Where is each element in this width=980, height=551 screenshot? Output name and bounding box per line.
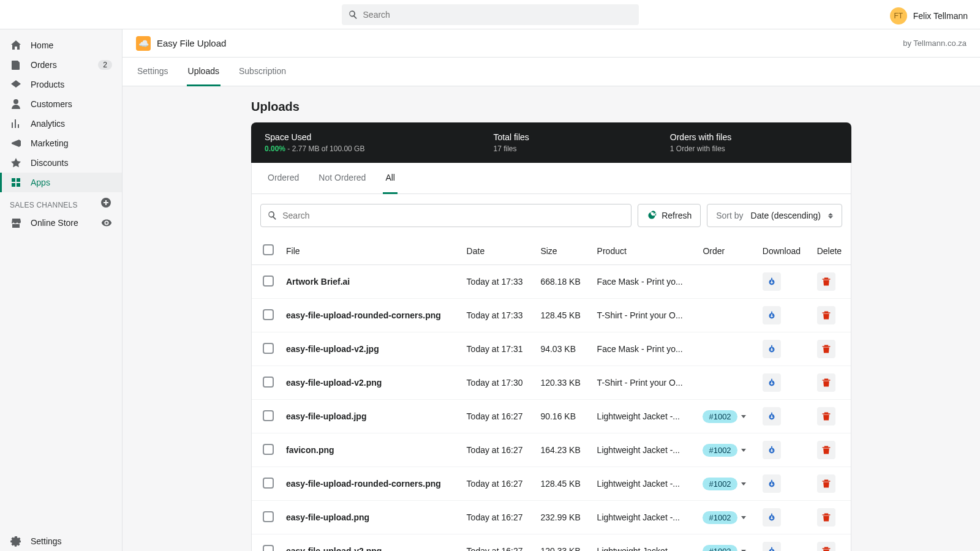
- sidebar-item-customers[interactable]: Customers: [0, 94, 122, 114]
- global-search[interactable]: [342, 4, 639, 25]
- order-badge[interactable]: #1002: [703, 478, 737, 490]
- delete-button[interactable]: [817, 542, 835, 551]
- filter-tab-ordered[interactable]: Ordered: [265, 163, 301, 194]
- user-menu[interactable]: FT Felix Tellmann: [890, 7, 968, 24]
- col-header: [252, 237, 280, 265]
- order-badge[interactable]: #1002: [703, 511, 737, 524]
- row-checkbox[interactable]: [263, 478, 274, 489]
- trash-icon: [821, 344, 831, 354]
- cell-date: Today at 17:33: [461, 265, 535, 299]
- chevron-down-icon[interactable]: [741, 482, 746, 485]
- trash-icon: [821, 512, 831, 522]
- sidebar-item-discounts[interactable]: Discounts: [0, 153, 122, 173]
- sidebar-item-marketing[interactable]: Marketing: [0, 133, 122, 153]
- cell-order: [696, 366, 756, 400]
- row-checkbox[interactable]: [263, 410, 274, 421]
- filter-tab-all[interactable]: All: [383, 163, 398, 194]
- orders-icon: [10, 59, 22, 71]
- trash-icon: [821, 277, 831, 287]
- download-icon: [766, 310, 777, 321]
- row-checkbox[interactable]: [263, 276, 274, 287]
- trash-icon: [821, 546, 831, 551]
- download-button[interactable]: [763, 407, 781, 425]
- app-title: Easy File Upload: [157, 38, 226, 48]
- delete-button[interactable]: [817, 508, 835, 527]
- download-button[interactable]: [763, 542, 781, 551]
- sort-button[interactable]: Sort by Date (descending): [707, 204, 842, 227]
- delete-button[interactable]: [817, 340, 835, 358]
- order-badge[interactable]: #1002: [703, 410, 737, 423]
- cell-size: 164.23 KB: [534, 433, 590, 467]
- row-checkbox[interactable]: [263, 377, 274, 388]
- add-channel-icon[interactable]: [100, 197, 112, 209]
- row-checkbox[interactable]: [263, 343, 274, 354]
- row-checkbox[interactable]: [263, 444, 274, 455]
- sidebar-item-orders[interactable]: Orders2: [0, 55, 122, 75]
- col-header: Download: [756, 237, 811, 265]
- download-button[interactable]: [763, 373, 781, 392]
- order-badge[interactable]: #1002: [703, 545, 737, 552]
- download-icon: [766, 545, 777, 551]
- table-row: easy-file-upload-v2.png Today at 16:27 1…: [252, 534, 851, 552]
- sidebar-item-label: Products: [31, 80, 64, 89]
- download-button[interactable]: [763, 508, 781, 527]
- chevron-down-icon[interactable]: [741, 516, 746, 519]
- app-tab-subscription[interactable]: Subscription: [238, 58, 287, 86]
- sidebar-item-settings[interactable]: Settings: [0, 531, 122, 551]
- cell-size: 94.03 KB: [534, 332, 590, 366]
- cell-order: [696, 332, 756, 366]
- cell-order: [696, 299, 756, 332]
- table-row: easy-file-upload.png Today at 16:27 232.…: [252, 501, 851, 534]
- select-all-checkbox[interactable]: [263, 244, 274, 255]
- table-search-input[interactable]: [282, 211, 625, 220]
- refresh-button[interactable]: Refresh: [638, 204, 701, 227]
- sort-caret-icon: [828, 213, 833, 219]
- cell-size: 232.99 KB: [534, 501, 590, 534]
- download-button[interactable]: [763, 474, 781, 493]
- stats-card: Space Used 0.00% - 2.77 MB of 100.00 GB …: [251, 122, 851, 163]
- cell-date: Today at 17:30: [461, 366, 535, 400]
- sidebar-item-label: Analytics: [31, 119, 65, 129]
- cell-size: 128.45 KB: [534, 467, 590, 501]
- cell-file: easy-file-upload-v2.png: [280, 366, 461, 400]
- delete-button[interactable]: [817, 441, 835, 459]
- app-tab-settings[interactable]: Settings: [136, 58, 170, 86]
- cell-date: Today at 16:27: [461, 433, 535, 467]
- cell-date: Today at 17:33: [461, 299, 535, 332]
- row-checkbox[interactable]: [263, 511, 274, 522]
- delete-button[interactable]: [817, 306, 835, 324]
- sort-prefix: Sort by: [716, 211, 743, 220]
- delete-button[interactable]: [817, 272, 835, 291]
- cell-order: #1002: [696, 400, 756, 433]
- chevron-down-icon[interactable]: [741, 449, 746, 452]
- filter-tab-not-ordered[interactable]: Not Ordered: [316, 163, 368, 194]
- download-icon: [766, 343, 777, 354]
- sidebar-item-home[interactable]: Home: [0, 36, 122, 55]
- sidebar-item-products[interactable]: Products: [0, 75, 122, 94]
- cell-date: Today at 16:27: [461, 501, 535, 534]
- cell-size: 120.33 KB: [534, 534, 590, 552]
- global-search-input[interactable]: [363, 10, 633, 20]
- table-search[interactable]: [260, 204, 631, 227]
- eye-icon[interactable]: [101, 217, 112, 228]
- sidebar-item-analytics[interactable]: Analytics: [0, 114, 122, 133]
- page-title: Uploads: [251, 100, 851, 114]
- app-tab-uploads[interactable]: Uploads: [187, 58, 221, 86]
- col-header: Order: [696, 237, 756, 265]
- download-icon: [766, 478, 777, 489]
- download-button[interactable]: [763, 340, 781, 358]
- download-button[interactable]: [763, 441, 781, 459]
- order-badge[interactable]: #1002: [703, 444, 737, 457]
- download-button[interactable]: [763, 306, 781, 324]
- sidebar-channel-online-store[interactable]: Online Store: [0, 213, 122, 233]
- delete-button[interactable]: [817, 407, 835, 425]
- row-checkbox[interactable]: [263, 309, 274, 320]
- download-button[interactable]: [763, 272, 781, 291]
- delete-button[interactable]: [817, 373, 835, 392]
- chevron-down-icon[interactable]: [741, 415, 746, 418]
- sidebar-item-apps[interactable]: Apps: [0, 173, 122, 192]
- cell-order: #1002: [696, 433, 756, 467]
- cell-order: #1002: [696, 501, 756, 534]
- row-checkbox[interactable]: [263, 545, 274, 552]
- delete-button[interactable]: [817, 474, 835, 493]
